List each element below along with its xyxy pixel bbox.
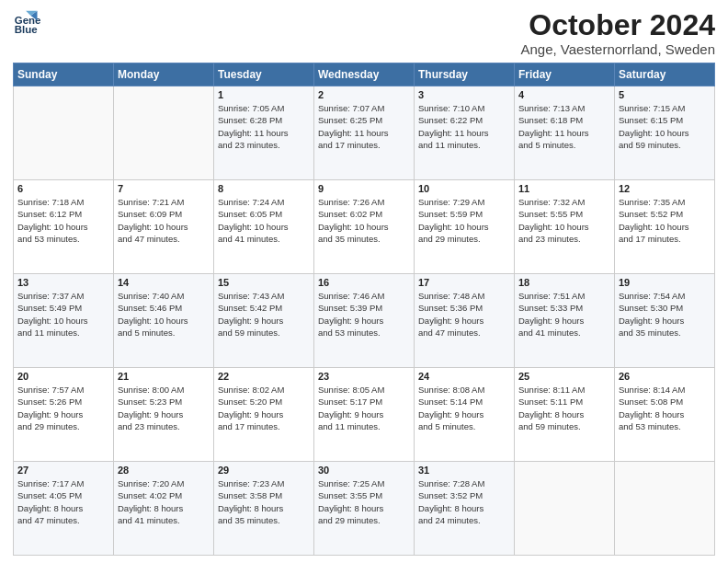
table-row: 23Sunrise: 8:05 AMSunset: 5:17 PMDayligh… [314,368,415,462]
table-row: 4Sunrise: 7:13 AMSunset: 6:18 PMDaylight… [515,86,615,180]
table-row: 7Sunrise: 7:21 AMSunset: 6:09 PMDaylight… [114,180,214,274]
day-info: Sunrise: 7:17 AMSunset: 4:05 PMDaylight:… [17,477,109,526]
table-row: 9Sunrise: 7:26 AMSunset: 6:02 PMDaylight… [314,180,415,274]
table-row [615,462,715,556]
logo-icon: General Blue [13,9,40,37]
table-row: 26Sunrise: 8:14 AMSunset: 5:08 PMDayligh… [615,368,715,462]
day-info: Sunrise: 7:46 AMSunset: 5:39 PMDaylight:… [318,290,410,339]
week-row-5: 27Sunrise: 7:17 AMSunset: 4:05 PMDayligh… [14,462,715,556]
table-row: 12Sunrise: 7:35 AMSunset: 5:52 PMDayligh… [615,180,715,274]
day-info: Sunrise: 7:35 AMSunset: 5:52 PMDaylight:… [619,196,711,245]
week-row-3: 13Sunrise: 7:37 AMSunset: 5:49 PMDayligh… [14,274,715,368]
table-row: 24Sunrise: 8:08 AMSunset: 5:14 PMDayligh… [415,368,515,462]
day-number: 7 [118,183,210,194]
table-row: 22Sunrise: 8:02 AMSunset: 5:20 PMDayligh… [214,368,314,462]
day-info: Sunrise: 8:00 AMSunset: 5:23 PMDaylight:… [118,384,210,432]
day-info: Sunrise: 7:57 AMSunset: 5:26 PMDaylight:… [17,384,109,432]
day-info: Sunrise: 7:24 AMSunset: 6:05 PMDaylight:… [218,196,310,245]
table-row: 3Sunrise: 7:10 AMSunset: 6:22 PMDaylight… [415,86,515,180]
table-row: 15Sunrise: 7:43 AMSunset: 5:42 PMDayligh… [214,274,314,368]
table-row: 17Sunrise: 7:48 AMSunset: 5:36 PMDayligh… [415,274,515,368]
day-number: 24 [418,371,510,382]
header-friday: Friday [515,63,615,86]
header: General Blue October 2024 Ange, Vaestern… [13,9,715,57]
day-info: Sunrise: 7:21 AMSunset: 6:09 PMDaylight:… [118,196,210,245]
day-info: Sunrise: 8:14 AMSunset: 5:08 PMDaylight:… [619,384,711,432]
day-number: 18 [518,277,610,288]
table-row: 13Sunrise: 7:37 AMSunset: 5:49 PMDayligh… [14,274,114,368]
calendar-page: General Blue October 2024 Ange, Vaestern… [0,0,728,563]
day-info: Sunrise: 7:25 AMSunset: 3:55 PMDaylight:… [318,477,410,526]
day-info: Sunrise: 7:29 AMSunset: 5:59 PMDaylight:… [418,196,510,245]
day-number: 1 [218,89,310,100]
table-row: 30Sunrise: 7:25 AMSunset: 3:55 PMDayligh… [314,462,415,556]
month-title: October 2024 [520,9,715,41]
svg-text:Blue: Blue [15,24,38,35]
day-number: 6 [17,183,109,194]
table-row: 2Sunrise: 7:07 AMSunset: 6:25 PMDaylight… [314,86,415,180]
table-row: 1Sunrise: 7:05 AMSunset: 6:28 PMDaylight… [214,86,314,180]
day-number: 12 [619,183,711,194]
location-title: Ange, Vaesternorrland, Sweden [520,41,715,57]
day-info: Sunrise: 7:28 AMSunset: 3:52 PMDaylight:… [418,477,510,526]
day-info: Sunrise: 7:26 AMSunset: 6:02 PMDaylight:… [318,196,410,245]
day-number: 26 [619,371,711,382]
calendar-table: Sunday Monday Tuesday Wednesday Thursday… [13,63,715,556]
title-section: October 2024 Ange, Vaesternorrland, Swed… [520,9,715,57]
day-number: 5 [619,89,711,100]
day-number: 20 [17,371,109,382]
day-number: 4 [518,89,610,100]
table-row [114,86,214,180]
table-row: 29Sunrise: 7:23 AMSunset: 3:58 PMDayligh… [214,462,314,556]
day-info: Sunrise: 7:15 AMSunset: 6:15 PMDaylight:… [619,102,711,151]
day-info: Sunrise: 7:10 AMSunset: 6:22 PMDaylight:… [418,102,510,151]
table-row: 11Sunrise: 7:32 AMSunset: 5:55 PMDayligh… [515,180,615,274]
day-info: Sunrise: 7:05 AMSunset: 6:28 PMDaylight:… [218,102,310,151]
week-row-4: 20Sunrise: 7:57 AMSunset: 5:26 PMDayligh… [14,368,715,462]
table-row: 31Sunrise: 7:28 AMSunset: 3:52 PMDayligh… [415,462,515,556]
day-number: 27 [17,465,109,476]
day-number: 29 [218,465,310,476]
day-number: 31 [418,465,510,476]
day-info: Sunrise: 7:54 AMSunset: 5:30 PMDaylight:… [619,290,711,339]
table-row: 10Sunrise: 7:29 AMSunset: 5:59 PMDayligh… [415,180,515,274]
table-row: 21Sunrise: 8:00 AMSunset: 5:23 PMDayligh… [114,368,214,462]
day-number: 3 [418,89,510,100]
day-info: Sunrise: 8:05 AMSunset: 5:17 PMDaylight:… [318,384,410,432]
table-row: 19Sunrise: 7:54 AMSunset: 5:30 PMDayligh… [615,274,715,368]
logo: General Blue [13,9,40,37]
table-row: 6Sunrise: 7:18 AMSunset: 6:12 PMDaylight… [14,180,114,274]
table-row: 25Sunrise: 8:11 AMSunset: 5:11 PMDayligh… [515,368,615,462]
day-info: Sunrise: 7:32 AMSunset: 5:55 PMDaylight:… [518,196,610,245]
day-number: 10 [418,183,510,194]
day-number: 21 [118,371,210,382]
table-row: 28Sunrise: 7:20 AMSunset: 4:02 PMDayligh… [114,462,214,556]
table-row: 27Sunrise: 7:17 AMSunset: 4:05 PMDayligh… [14,462,114,556]
table-row: 18Sunrise: 7:51 AMSunset: 5:33 PMDayligh… [515,274,615,368]
day-number: 28 [118,465,210,476]
table-row [515,462,615,556]
day-number: 15 [218,277,310,288]
day-number: 25 [518,371,610,382]
day-info: Sunrise: 7:20 AMSunset: 4:02 PMDaylight:… [118,477,210,526]
table-row: 8Sunrise: 7:24 AMSunset: 6:05 PMDaylight… [214,180,314,274]
day-info: Sunrise: 8:11 AMSunset: 5:11 PMDaylight:… [518,384,610,432]
header-saturday: Saturday [615,63,715,86]
table-row: 20Sunrise: 7:57 AMSunset: 5:26 PMDayligh… [14,368,114,462]
table-row: 16Sunrise: 7:46 AMSunset: 5:39 PMDayligh… [314,274,415,368]
day-info: Sunrise: 7:07 AMSunset: 6:25 PMDaylight:… [318,102,410,151]
day-info: Sunrise: 7:51 AMSunset: 5:33 PMDaylight:… [518,290,610,339]
weekday-header-row: Sunday Monday Tuesday Wednesday Thursday… [14,63,715,86]
day-info: Sunrise: 7:18 AMSunset: 6:12 PMDaylight:… [17,196,109,245]
day-info: Sunrise: 7:13 AMSunset: 6:18 PMDaylight:… [518,102,610,151]
day-info: Sunrise: 7:40 AMSunset: 5:46 PMDaylight:… [118,290,210,339]
week-row-2: 6Sunrise: 7:18 AMSunset: 6:12 PMDaylight… [14,180,715,274]
day-info: Sunrise: 7:48 AMSunset: 5:36 PMDaylight:… [418,290,510,339]
table-row: 14Sunrise: 7:40 AMSunset: 5:46 PMDayligh… [114,274,214,368]
day-number: 17 [418,277,510,288]
day-info: Sunrise: 8:02 AMSunset: 5:20 PMDaylight:… [218,384,310,432]
day-info: Sunrise: 8:08 AMSunset: 5:14 PMDaylight:… [418,384,510,432]
table-row [14,86,114,180]
day-number: 9 [318,183,410,194]
day-number: 22 [218,371,310,382]
